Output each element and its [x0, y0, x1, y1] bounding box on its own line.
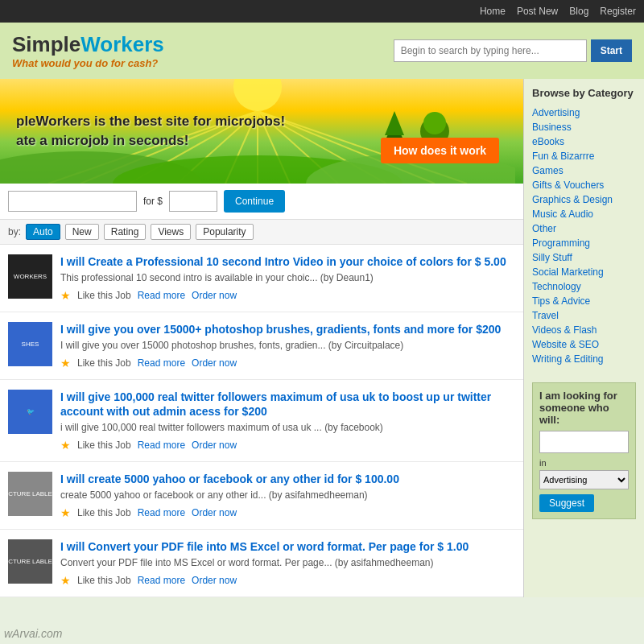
- category-item[interactable]: Technology: [532, 279, 636, 294]
- like-label: Like this Job: [77, 575, 131, 586]
- job-content: I will Convert your PDF file into MS Exc…: [60, 539, 515, 587]
- nav-blog[interactable]: Blog: [569, 6, 588, 17]
- watermark: wArvai.com: [4, 627, 62, 640]
- looking-for-box: I am looking for someone who will: in Ad…: [532, 382, 636, 519]
- category-item[interactable]: Writing & Editing: [532, 352, 636, 366]
- job-thumbnail: 🐦: [8, 390, 52, 434]
- job-thumbnail: CTURE LABLE: [8, 539, 52, 584]
- category-item[interactable]: Advertising: [532, 105, 636, 120]
- top-navigation: Home Post New Blog Register: [0, 0, 644, 23]
- category-item[interactable]: Graphics & Design: [532, 192, 636, 207]
- logo-simple: Simple: [12, 32, 80, 56]
- like-label: Like this Job: [77, 357, 131, 369]
- main-wrapper: pleWorkers is the best site for microjob…: [0, 79, 644, 597]
- job-title[interactable]: I will Create a Professional 10 second I…: [60, 254, 515, 269]
- job-thumbnail: WORKERS: [8, 254, 52, 299]
- category-item[interactable]: Videos & Flash: [532, 323, 636, 337]
- job-meta: ★ Like this Job Read more Order now: [60, 574, 515, 587]
- category-item[interactable]: Music & Audio: [532, 207, 636, 221]
- read-more-link[interactable]: Read more: [138, 507, 185, 518]
- job-title[interactable]: I will give 100,000 real twitter followe…: [60, 390, 515, 419]
- svg-marker-17: [385, 111, 404, 135]
- logo-tagline: What would you do for cash?: [12, 57, 164, 69]
- job-item: WORKERS I will Create a Professional 10 …: [0, 245, 523, 312]
- job-item: SHES I will give you over 15000+ photosh…: [0, 312, 523, 380]
- search-input[interactable]: [394, 39, 587, 62]
- suggest-button[interactable]: Suggest: [539, 494, 594, 512]
- continue-button[interactable]: Continue: [224, 190, 285, 213]
- how-does-it-work-button[interactable]: How does it work: [381, 138, 499, 163]
- category-item[interactable]: Website & SEO: [532, 337, 636, 352]
- like-label: Like this Job: [77, 290, 131, 301]
- order-now-link[interactable]: Order now: [192, 575, 237, 586]
- star-icon: ★: [60, 439, 71, 452]
- job-title[interactable]: I will create 5000 yahoo or facebook or …: [60, 472, 515, 486]
- order-now-link[interactable]: Order now: [192, 507, 237, 518]
- like-label: Like this Job: [77, 440, 131, 451]
- logo-title: SimpleWorkers: [12, 32, 164, 57]
- search-button[interactable]: Start: [591, 39, 632, 62]
- category-item[interactable]: Travel: [532, 308, 636, 323]
- category-item[interactable]: Programming: [532, 236, 636, 250]
- job-title[interactable]: I will Convert your PDF file into MS Exc…: [60, 539, 515, 554]
- job-thumbnail: CTURE LABLE: [8, 472, 52, 516]
- nav-register[interactable]: Register: [600, 6, 636, 17]
- job-title[interactable]: I will give you over 15000+ photoshop br…: [60, 322, 515, 336]
- for-label: for $: [143, 196, 163, 207]
- read-more-link[interactable]: Read more: [138, 440, 185, 451]
- browse-by-category-title: Browse by Category: [532, 87, 636, 99]
- header: SimpleWorkers What would you do for cash…: [0, 23, 644, 79]
- sort-rating[interactable]: Rating: [104, 224, 147, 240]
- banner-line2: ate a microjob in seconds!: [16, 131, 285, 151]
- order-now-link[interactable]: Order now: [192, 290, 237, 301]
- job-thumbnail: SHES: [8, 322, 52, 366]
- order-now-link[interactable]: Order now: [192, 357, 237, 369]
- job-item: CTURE LABLE I will Convert your PDF file…: [0, 530, 523, 597]
- looking-for-title: I am looking for someone who will:: [539, 390, 629, 426]
- nav-home[interactable]: Home: [480, 6, 506, 17]
- header-search-area: Start: [394, 39, 632, 62]
- sort-new[interactable]: New: [65, 224, 99, 240]
- job-description: Convert your PDF file into MS Excel or w…: [60, 556, 515, 570]
- category-item[interactable]: Social Marketing: [532, 265, 636, 279]
- categories-list: AdvertisingBusinesseBooksFun & BizarrreG…: [532, 105, 636, 366]
- category-item[interactable]: Gifts & Vouchers: [532, 178, 636, 192]
- looking-for-input[interactable]: [539, 431, 629, 453]
- job-meta: ★ Like this Job Read more Order now: [60, 506, 515, 519]
- job-description: create 5000 yahoo or facebook or any oth…: [60, 489, 515, 502]
- category-item[interactable]: eBooks: [532, 134, 636, 149]
- sort-popularity[interactable]: Popularity: [196, 224, 253, 240]
- category-item[interactable]: Silly Stuff: [532, 250, 636, 265]
- job-description: i will give 100,000 real twitter followe…: [60, 421, 515, 435]
- price-input[interactable]: [169, 191, 217, 212]
- category-item[interactable]: Other: [532, 221, 636, 236]
- category-item[interactable]: Tips & Advice: [532, 294, 636, 308]
- svg-point-20: [423, 112, 446, 134]
- read-more-link[interactable]: Read more: [138, 290, 185, 301]
- job-content: I will give you over 15000+ photoshop br…: [60, 322, 515, 369]
- nav-post-new[interactable]: Post New: [517, 6, 558, 17]
- order-now-link[interactable]: Order now: [192, 440, 237, 451]
- job-content: I will create 5000 yahoo or facebook or …: [60, 472, 515, 519]
- star-icon: ★: [60, 357, 71, 369]
- star-icon: ★: [60, 574, 71, 587]
- job-content: I will Create a Professional 10 second I…: [60, 254, 515, 302]
- category-select[interactable]: AdvertisingBusinesseBooksFun & BizarrreG…: [539, 470, 629, 489]
- category-item[interactable]: Business: [532, 120, 636, 134]
- category-item[interactable]: Games: [532, 163, 636, 178]
- filter-bar: for $ Continue: [0, 184, 523, 220]
- sort-auto[interactable]: Auto: [26, 224, 60, 240]
- job-search-input[interactable]: [8, 191, 137, 212]
- read-more-link[interactable]: Read more: [138, 575, 185, 586]
- logo-area: SimpleWorkers What would you do for cash…: [12, 32, 164, 69]
- category-item[interactable]: Fun & Bizarrre: [532, 149, 636, 163]
- banner: pleWorkers is the best site for microjob…: [0, 79, 523, 184]
- like-label: Like this Job: [77, 507, 131, 518]
- banner-line1: pleWorkers is the best site for microjob…: [16, 112, 285, 131]
- in-label: in: [539, 458, 629, 468]
- sidebar: Browse by Category AdvertisingBusinesseB…: [523, 79, 644, 597]
- job-description: I will give you over 15000 photoshop bru…: [60, 339, 515, 353]
- job-description: This professional 10 second intro is ava…: [60, 271, 515, 285]
- sort-views[interactable]: Views: [151, 224, 191, 240]
- read-more-link[interactable]: Read more: [138, 357, 185, 369]
